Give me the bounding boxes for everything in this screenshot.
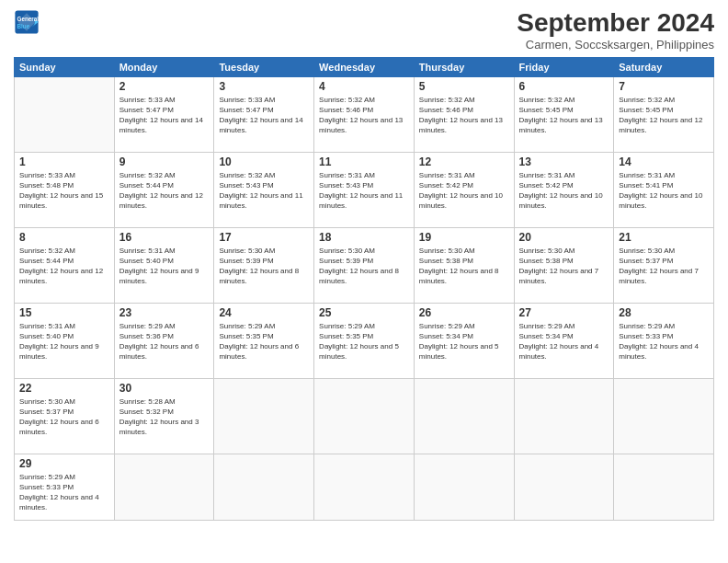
day-number: 24 bbox=[219, 306, 309, 319]
calendar-cell: 22Sunrise: 5:30 AM Sunset: 5:37 PM Dayli… bbox=[15, 378, 115, 454]
day-number: 27 bbox=[519, 306, 609, 319]
col-wednesday: Wednesday bbox=[314, 57, 415, 76]
month-title: September 2024 bbox=[517, 9, 714, 38]
day-number: 29 bbox=[19, 457, 109, 470]
day-details: Sunrise: 5:31 AM Sunset: 5:42 PM Dayligh… bbox=[419, 170, 509, 212]
calendar-cell bbox=[414, 378, 514, 454]
day-details: Sunrise: 5:29 AM Sunset: 5:33 PM Dayligh… bbox=[619, 321, 709, 362]
calendar-cell: 23Sunrise: 5:29 AM Sunset: 5:36 PM Dayli… bbox=[114, 303, 214, 378]
calendar-cell: 19Sunrise: 5:30 AM Sunset: 5:38 PM Dayli… bbox=[414, 227, 514, 303]
calendar-cell bbox=[114, 454, 214, 520]
day-number: 19 bbox=[419, 231, 509, 244]
day-number: 9 bbox=[119, 155, 210, 168]
day-number: 17 bbox=[219, 231, 309, 244]
calendar-cell: 7Sunrise: 5:32 AM Sunset: 5:45 PM Daylig… bbox=[614, 76, 714, 152]
header: General Blue September 2024 Carmen, Socc… bbox=[14, 9, 714, 52]
day-number: 16 bbox=[119, 231, 210, 244]
calendar-cell: 12Sunrise: 5:31 AM Sunset: 5:42 PM Dayli… bbox=[414, 152, 514, 227]
day-number: 8 bbox=[19, 231, 109, 244]
calendar-cell: 5Sunrise: 5:32 AM Sunset: 5:46 PM Daylig… bbox=[414, 76, 514, 152]
day-details: Sunrise: 5:30 AM Sunset: 5:38 PM Dayligh… bbox=[519, 246, 609, 287]
day-details: Sunrise: 5:30 AM Sunset: 5:37 PM Dayligh… bbox=[619, 246, 709, 287]
day-number: 1 bbox=[19, 155, 109, 168]
day-details: Sunrise: 5:33 AM Sunset: 5:47 PM Dayligh… bbox=[119, 95, 210, 136]
calendar-cell: 20Sunrise: 5:30 AM Sunset: 5:38 PM Dayli… bbox=[514, 227, 614, 303]
day-details: Sunrise: 5:29 AM Sunset: 5:34 PM Dayligh… bbox=[419, 321, 509, 362]
logo-icon: General Blue bbox=[14, 9, 40, 35]
day-number: 23 bbox=[119, 306, 210, 319]
col-monday: Monday bbox=[114, 57, 214, 76]
day-details: Sunrise: 5:31 AM Sunset: 5:40 PM Dayligh… bbox=[119, 246, 210, 287]
day-details: Sunrise: 5:30 AM Sunset: 5:38 PM Dayligh… bbox=[419, 246, 509, 287]
day-details: Sunrise: 5:31 AM Sunset: 5:43 PM Dayligh… bbox=[319, 170, 409, 212]
day-details: Sunrise: 5:32 AM Sunset: 5:45 PM Dayligh… bbox=[519, 95, 609, 136]
day-details: Sunrise: 5:29 AM Sunset: 5:36 PM Dayligh… bbox=[119, 321, 210, 362]
calendar-cell bbox=[15, 76, 115, 152]
day-details: Sunrise: 5:30 AM Sunset: 5:39 PM Dayligh… bbox=[219, 246, 309, 287]
logo: General Blue bbox=[14, 9, 40, 35]
calendar-cell: 6Sunrise: 5:32 AM Sunset: 5:45 PM Daylig… bbox=[514, 76, 614, 152]
day-number: 21 bbox=[619, 231, 709, 244]
calendar-cell: 29Sunrise: 5:29 AM Sunset: 5:33 PM Dayli… bbox=[15, 454, 115, 520]
calendar-cell bbox=[514, 378, 614, 454]
day-number: 5 bbox=[419, 80, 509, 93]
svg-text:Blue: Blue bbox=[17, 23, 30, 29]
day-details: Sunrise: 5:32 AM Sunset: 5:45 PM Dayligh… bbox=[619, 95, 709, 136]
day-details: Sunrise: 5:31 AM Sunset: 5:42 PM Dayligh… bbox=[519, 170, 609, 212]
day-details: Sunrise: 5:32 AM Sunset: 5:44 PM Dayligh… bbox=[119, 170, 210, 212]
col-tuesday: Tuesday bbox=[214, 57, 314, 76]
day-number: 12 bbox=[419, 155, 509, 168]
day-details: Sunrise: 5:29 AM Sunset: 5:34 PM Dayligh… bbox=[519, 321, 609, 362]
day-number: 7 bbox=[619, 80, 709, 93]
calendar-cell: 30Sunrise: 5:28 AM Sunset: 5:32 PM Dayli… bbox=[114, 378, 214, 454]
day-number: 2 bbox=[119, 80, 210, 93]
calendar-cell bbox=[314, 378, 415, 454]
calendar-cell bbox=[614, 454, 714, 520]
day-details: Sunrise: 5:30 AM Sunset: 5:39 PM Dayligh… bbox=[319, 246, 409, 287]
calendar-cell: 16Sunrise: 5:31 AM Sunset: 5:40 PM Dayli… bbox=[114, 227, 214, 303]
calendar-cell: 28Sunrise: 5:29 AM Sunset: 5:33 PM Dayli… bbox=[614, 303, 714, 378]
calendar-cell: 25Sunrise: 5:29 AM Sunset: 5:35 PM Dayli… bbox=[314, 303, 415, 378]
day-number: 6 bbox=[519, 80, 609, 93]
calendar-cell: 17Sunrise: 5:30 AM Sunset: 5:39 PM Dayli… bbox=[214, 227, 314, 303]
day-number: 3 bbox=[219, 80, 309, 93]
subtitle: Carmen, Soccsksargen, Philippines bbox=[517, 38, 714, 52]
calendar-cell: 14Sunrise: 5:31 AM Sunset: 5:41 PM Dayli… bbox=[614, 152, 714, 227]
day-details: Sunrise: 5:30 AM Sunset: 5:37 PM Dayligh… bbox=[19, 396, 109, 438]
day-number: 26 bbox=[419, 306, 509, 319]
day-number: 25 bbox=[319, 306, 409, 319]
day-number: 4 bbox=[319, 80, 409, 93]
calendar-row: 2Sunrise: 5:33 AM Sunset: 5:47 PM Daylig… bbox=[15, 76, 714, 152]
calendar-cell bbox=[514, 454, 614, 520]
day-details: Sunrise: 5:33 AM Sunset: 5:47 PM Dayligh… bbox=[219, 95, 309, 136]
day-number: 22 bbox=[19, 382, 109, 395]
day-details: Sunrise: 5:32 AM Sunset: 5:43 PM Dayligh… bbox=[219, 170, 309, 212]
col-sunday: Sunday bbox=[15, 57, 115, 76]
day-details: Sunrise: 5:32 AM Sunset: 5:46 PM Dayligh… bbox=[319, 95, 409, 136]
day-details: Sunrise: 5:31 AM Sunset: 5:41 PM Dayligh… bbox=[619, 170, 709, 212]
col-thursday: Thursday bbox=[414, 57, 514, 76]
col-saturday: Saturday bbox=[614, 57, 714, 76]
col-friday: Friday bbox=[514, 57, 614, 76]
calendar-cell: 18Sunrise: 5:30 AM Sunset: 5:39 PM Dayli… bbox=[314, 227, 415, 303]
day-number: 15 bbox=[19, 306, 109, 319]
day-details: Sunrise: 5:29 AM Sunset: 5:35 PM Dayligh… bbox=[219, 321, 309, 362]
calendar-cell bbox=[414, 454, 514, 520]
day-number: 18 bbox=[319, 231, 409, 244]
title-block: September 2024 Carmen, Soccsksargen, Phi… bbox=[517, 9, 714, 52]
day-details: Sunrise: 5:32 AM Sunset: 5:44 PM Dayligh… bbox=[19, 246, 109, 287]
calendar-row: 1Sunrise: 5:33 AM Sunset: 5:48 PM Daylig… bbox=[15, 152, 714, 227]
day-number: 28 bbox=[619, 306, 709, 319]
calendar-cell: 24Sunrise: 5:29 AM Sunset: 5:35 PM Dayli… bbox=[214, 303, 314, 378]
calendar-cell: 9Sunrise: 5:32 AM Sunset: 5:44 PM Daylig… bbox=[114, 152, 214, 227]
calendar-row: 8Sunrise: 5:32 AM Sunset: 5:44 PM Daylig… bbox=[15, 227, 714, 303]
header-row: Sunday Monday Tuesday Wednesday Thursday… bbox=[15, 57, 714, 76]
day-details: Sunrise: 5:33 AM Sunset: 5:48 PM Dayligh… bbox=[19, 170, 109, 212]
day-details: Sunrise: 5:29 AM Sunset: 5:33 PM Dayligh… bbox=[19, 472, 109, 513]
calendar-cell: 21Sunrise: 5:30 AM Sunset: 5:37 PM Dayli… bbox=[614, 227, 714, 303]
day-number: 30 bbox=[119, 382, 210, 395]
day-number: 11 bbox=[319, 155, 409, 168]
calendar-cell: 15Sunrise: 5:31 AM Sunset: 5:40 PM Dayli… bbox=[15, 303, 115, 378]
day-details: Sunrise: 5:29 AM Sunset: 5:35 PM Dayligh… bbox=[319, 321, 409, 362]
calendar-row: 29Sunrise: 5:29 AM Sunset: 5:33 PM Dayli… bbox=[15, 454, 714, 520]
